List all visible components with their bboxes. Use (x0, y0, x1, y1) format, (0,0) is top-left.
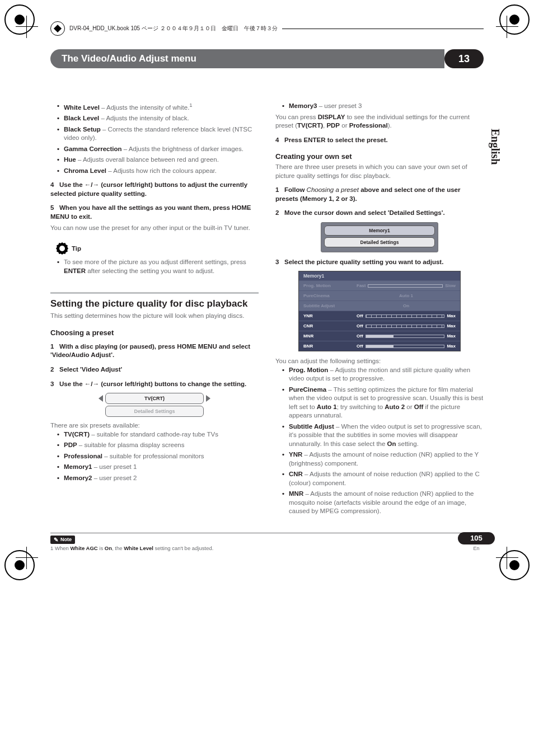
memory-ui-box: Memory1 Detailed Settings (321, 222, 438, 252)
left-arrow-icon (99, 395, 103, 402)
gear-icon (56, 242, 68, 255)
chapter-number: 13 (444, 49, 484, 68)
chapter-header: The Video/Audio Adjust menu 13 (50, 49, 484, 68)
panel-row: MNROffMax (299, 331, 460, 341)
presets-intro: There are six presets available: (50, 421, 259, 430)
preset-list: TV(CRT) – suitable for standard cathode-… (50, 430, 259, 483)
language-tab: English (489, 129, 502, 165)
section-body: This setting determines how the picture … (50, 312, 259, 321)
panel-row: CNROffMax (299, 321, 460, 331)
panel-row: BNROffMax (299, 341, 460, 351)
note-label: Note (50, 536, 75, 544)
section-title-playback: Setting the picture quality for disc pla… (50, 298, 259, 309)
adjust-list: Prog. Motion – Adjusts the motion and st… (275, 366, 484, 516)
memory-row-1: Memory1 (324, 226, 435, 236)
file-info-line: DVR-04_HDD_UK.book 105 ページ ２００４年９月１０日 金曜… (0, 0, 534, 36)
footnote-rule (50, 533, 484, 533)
display-note: You can press DISPLAY to see the individ… (275, 113, 484, 130)
create-step-2: 2Move the cursor down and select 'Detail… (275, 209, 484, 218)
panel-header: Memory1 (303, 273, 324, 279)
chapter-title: The Video/Audio Adjust menu (62, 53, 196, 64)
page-lang: En (458, 546, 495, 551)
section-divider (50, 292, 259, 294)
choose-step-2: 2Select 'Video Adjust' (50, 365, 259, 374)
preset-memory3: Memory3 – user preset 3 (282, 102, 484, 111)
page-number-block: 105 En (458, 532, 495, 551)
choose-step-1: 1With a disc playing (or paused), press … (50, 342, 259, 360)
panel-row: Subtitle AdjustOn (299, 300, 460, 311)
step-5: 5When you have all the settings as you w… (50, 204, 259, 221)
adjust-intro: You can adjust the following settings: (275, 357, 484, 366)
subhead-choosing: Choosing a preset (50, 328, 259, 337)
tip-heading: Tip (56, 242, 259, 255)
crop-mark (16, 547, 38, 569)
create-step-1: 1Follow Choosing a preset above and sele… (275, 186, 484, 203)
panel-row: YNROffMax (299, 311, 460, 321)
choose-step-3: 3Use the ←/→ (cursor left/right) buttons… (50, 380, 259, 389)
memory-row-2: Detailed Settings (324, 237, 435, 247)
tip-body: To see more of the picture as you adjust… (57, 258, 259, 275)
subhead-creating: Creating your own set (275, 152, 484, 161)
right-step-4: 4Press ENTER to select the preset. (275, 136, 484, 145)
page-number: 105 (458, 532, 495, 544)
create-body: There are three user presets in which yo… (275, 163, 484, 180)
crop-mark (16, 16, 38, 38)
preset-ui-box: TV(CRT) Detailed Settings (99, 393, 210, 417)
adjust-panel: Memory1 Prog. MotionFastSlowPureCinemaAu… (298, 271, 461, 351)
panel-row: PureCinemaAuto 1 (299, 290, 460, 300)
step-5-body: You can now use the preset for any other… (50, 224, 259, 233)
preset-sub: Detailed Settings (105, 406, 204, 417)
preset-main: TV(CRT) (105, 393, 204, 404)
crop-mark (496, 547, 518, 569)
framemaker-icon (50, 21, 65, 36)
right-arrow-icon (206, 395, 210, 402)
footnote-text: 1 When White AGC is On, the White Level … (50, 545, 484, 551)
create-step-3: 3Select the picture quality setting you … (275, 258, 484, 267)
file-path-text: DVR-04_HDD_UK.book 105 ページ ２００４年９月１０日 金曜… (69, 25, 278, 32)
crop-mark (496, 16, 518, 38)
step-4: 4Use the ←/→ (cursor left/right) buttons… (50, 181, 259, 198)
panel-row: Prog. MotionFastSlow (299, 280, 460, 290)
divider (282, 29, 484, 29)
settings-bullet-list: White Level – Adjusts the intensity of w… (50, 102, 259, 175)
